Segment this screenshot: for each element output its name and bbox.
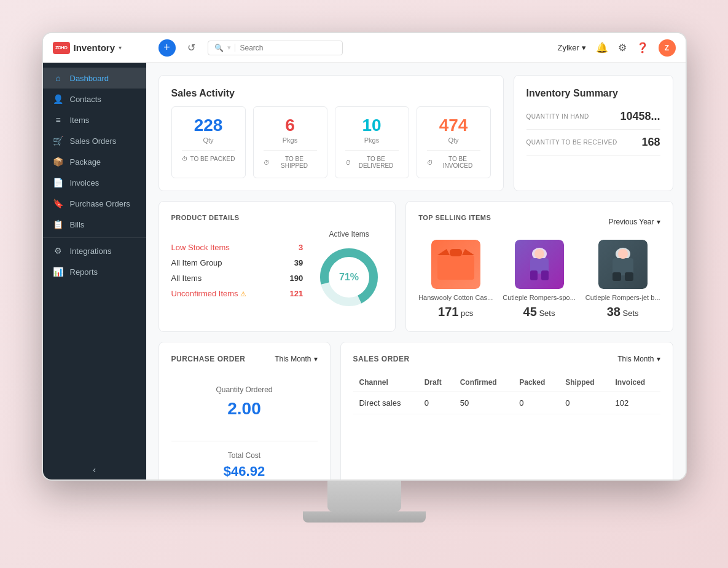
bills-icon: 📋 [53,219,64,229]
sidebar-item-reports[interactable]: 📊 Reports [43,261,146,282]
logo-area: ZOHO Inventory ▾ [53,42,151,54]
product-details-title: PRODUCT DETAILS [171,214,383,221]
monitor-base [303,511,426,523]
po-chevron-icon: ▾ [314,355,318,363]
product-row-all-items[interactable]: All Items 190 [171,270,303,286]
so-cell-packed: 0 [513,392,559,414]
sidebar-collapse-button[interactable]: ‹ [43,457,146,481]
low-stock-label: Low Stock Items [171,243,230,252]
period-chevron-icon: ▾ [657,218,660,226]
svg-marker-4 [437,249,450,255]
inventory-summary-card: Inventory Summary QUANTITY IN HAND 10458… [514,75,673,191]
app-chevron-icon[interactable]: ▾ [119,44,122,51]
sales-activity-title: Sales Activity [171,88,491,99]
invoiced-number: 474 [427,116,480,135]
top-item-name-3: Cutieple Rompers-jet b... [585,294,660,301]
settings-icon[interactable]: ⚙ [618,42,627,53]
top-item-2[interactable]: Cutieple Rompers-spo... 45 Sets [503,240,576,319]
top-item-img-2 [515,240,564,289]
so-cell-confirmed: 50 [454,392,514,414]
inv-to-receive-value: 168 [641,136,660,149]
sidebar-item-label: Reports [70,267,98,277]
invoices-icon: 📄 [53,178,64,187]
so-col-confirmed: Confirmed [454,373,514,392]
sidebar-item-integrations[interactable]: ⚙ Integrations [43,240,146,261]
top-item-1[interactable]: Hanswooly Cotton Cas... 171 pcs [418,240,493,319]
po-total-label: Total Cost [171,451,318,460]
sales-orders-icon: 🛒 [53,136,64,146]
so-cell-channel: Direct sales [353,392,418,414]
product-list: Low Stock Items 3 All Item Group 39 All … [171,240,303,301]
org-name[interactable]: Zylker ▾ [557,43,585,52]
svg-marker-5 [462,249,474,255]
item-group-value: 39 [294,258,303,267]
sidebar-item-package[interactable]: 📦 Package [43,151,146,172]
period-selector[interactable]: Previous Year ▾ [608,218,660,226]
product-row-unconfirmed[interactable]: Unconfirmed Items ⚠ 121 [171,286,303,301]
shipped-number: 6 [264,116,317,135]
sidebar-item-label: Dashboard [70,74,109,83]
package-icon: 📦 [53,157,64,167]
items-icon: ≡ [53,115,64,125]
sidebar-item-sales-orders[interactable]: 🛒 Sales Orders [43,130,146,151]
sidebar-item-label: Bills [70,220,85,229]
top-item-3[interactable]: Cutieple Rompers-jet b... 38 Sets [585,240,660,319]
contacts-icon: 👤 [53,94,64,104]
inv-row-to-receive: QUANTITY TO BE RECEIVED 168 [526,130,660,156]
sidebar-item-invoices[interactable]: 📄 Invoices [43,172,146,193]
shipped-unit: Pkgs [264,136,317,144]
sales-order-table: Channel Draft Confirmed Packed Shipped I… [353,373,660,414]
product-row-item-group[interactable]: All Item Group 39 [171,255,303,270]
item-group-label: All Item Group [171,258,222,267]
sidebar-item-label: Integrations [70,247,112,256]
sidebar-item-items[interactable]: ≡ Items [43,109,146,130]
reports-icon: 📊 [53,267,64,277]
top-selling-header: TOP SELLING ITEMS Previous Year ▾ [418,214,660,230]
all-items-label: All Items [171,274,202,283]
so-col-draft: Draft [418,373,454,392]
activity-card-invoiced[interactable]: 474 Qty ⏱ TO BE INVOICED [417,106,491,178]
top-selling-title: TOP SELLING ITEMS [418,214,491,221]
sidebar-item-contacts[interactable]: 👤 Contacts [43,89,146,109]
so-table-header-row: Channel Draft Confirmed Packed Shipped I… [353,373,660,392]
svg-rect-15 [625,272,633,281]
sidebar-item-purchase-orders[interactable]: 🔖 Purchase Orders [43,193,146,214]
sidebar-item-label: Items [70,116,90,125]
activity-card-packed[interactable]: 228 Qty ⏱ TO BE PACKED [171,106,246,178]
search-box[interactable]: 🔍 ▾ [208,41,343,55]
clock-icon: ⏱ [182,156,188,162]
svg-point-11 [534,249,544,259]
zoho-logo-icon[interactable]: ZOHO [53,42,70,54]
add-button[interactable]: + [159,39,176,57]
so-period-selector[interactable]: This Month ▾ [617,355,660,363]
avatar[interactable]: Z [659,39,676,57]
so-card-header: SALES ORDER This Month ▾ [353,355,660,363]
search-input[interactable] [240,44,336,52]
so-col-packed: Packed [513,373,559,392]
sidebar-item-bills[interactable]: 📋 Bills [43,214,146,235]
sidebar-item-dashboard[interactable]: ⌂ Dashboard [43,68,146,89]
activity-card-shipped[interactable]: 6 Pkgs ⏱ TO BE SHIPPED [253,106,327,178]
po-period-selector[interactable]: This Month ▾ [275,355,317,363]
sales-order-card: SALES ORDER This Month ▾ Channel Draft [340,342,673,481]
product-row-low-stock[interactable]: Low Stock Items 3 [171,240,303,255]
sidebar-item-label: Purchase Orders [70,199,130,208]
top-item-name-1: Hanswooly Cotton Cas... [418,294,493,301]
so-col-invoiced: Invoiced [609,373,660,392]
delivered-number: 10 [345,116,399,135]
top-item-img-3 [598,240,648,289]
donut-area: Active Items 71% [315,230,383,311]
notification-icon[interactable]: 🔔 [596,42,608,53]
refresh-button[interactable]: ↺ [183,39,200,57]
packed-label: ⏱ TO BE PACKED [182,156,235,162]
middle-section: PRODUCT DETAILS Low Stock Items 3 All It… [159,201,673,332]
activity-card-delivered[interactable]: 10 Pkgs ⏱ TO BE DELIVERED [335,106,409,178]
help-icon[interactable]: ❓ [636,42,649,53]
inv-row-in-hand: QUANTITY IN HAND 10458... [526,104,660,130]
low-stock-value: 3 [299,243,303,252]
search-icon: 🔍 [214,44,224,52]
so-col-shipped: Shipped [559,373,609,392]
svg-rect-10 [541,270,549,280]
svg-point-16 [618,249,628,259]
top-item-qty-2: 45 Sets [503,305,576,319]
